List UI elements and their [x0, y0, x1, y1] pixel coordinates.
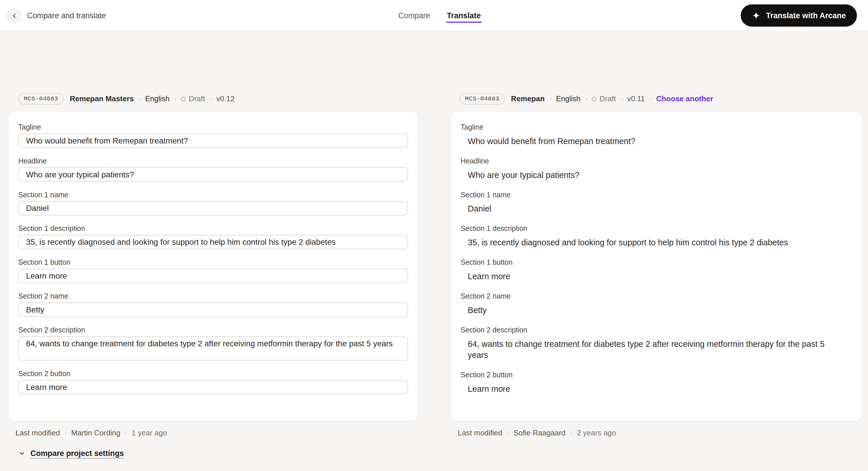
last-modified-time: 2 years ago — [577, 429, 616, 437]
field-tagline: Tagline — [18, 122, 408, 148]
top-bar: Compare and translate Compare Translate … — [0, 0, 868, 32]
separator-dot: · — [585, 95, 588, 103]
cta-label: Translate with Arcane — [766, 11, 846, 20]
headline-value: Who are your typical patients? — [461, 170, 852, 180]
status-badge: Draft — [181, 95, 205, 103]
translate-with-arcane-button[interactable]: Translate with Arcane — [741, 4, 857, 27]
field-section-1-description: Section 1 description — [18, 224, 408, 249]
field-label: Section 2 description — [18, 325, 408, 335]
separator-dot: · — [506, 429, 509, 437]
field-tagline: Tagline Who would benefit from Remepan t… — [461, 122, 852, 147]
tagline-input[interactable] — [18, 134, 408, 148]
back-button[interactable] — [7, 8, 22, 23]
field-label: Section 2 description — [461, 325, 852, 335]
last-modified-time: 1 year ago — [131, 429, 167, 437]
compare-settings-label: Compare project settings — [30, 449, 124, 458]
source-card: Tagline Headline Section 1 name Section … — [9, 112, 417, 421]
field-label: Section 2 button — [461, 370, 852, 380]
separator-dot: · — [125, 429, 127, 437]
status-label: Draft — [189, 95, 205, 103]
field-label: Section 2 name — [18, 291, 408, 301]
target-meta-row: MCS-04683 Remepan · English · Draft · v0… — [460, 93, 861, 105]
field-label: Section 1 name — [18, 190, 408, 200]
project-code-badge: MCS-04683 — [18, 93, 64, 105]
separator-dot: · — [549, 95, 552, 103]
top-bar-left: Compare and translate — [7, 8, 106, 23]
choose-another-link[interactable]: Choose another — [656, 95, 713, 103]
separator-dot: · — [64, 429, 67, 437]
field-section-1-name: Section 1 name — [18, 190, 408, 215]
status-label: Draft — [600, 95, 616, 103]
separator-dot: · — [174, 95, 177, 103]
last-modified-label: Last modified — [16, 429, 60, 437]
field-label: Section 1 description — [18, 224, 408, 233]
source-meta-row: MCS-04683 Remepan Masters · English · Dr… — [18, 93, 417, 105]
last-modified-author: Sofie Raagaard — [514, 429, 565, 437]
project-language: English — [145, 95, 170, 103]
section-1-description-value: 35, is recently diagnosed and looking fo… — [461, 237, 852, 248]
headline-input[interactable] — [18, 167, 408, 182]
draft-status-icon — [592, 97, 596, 101]
project-language: English — [556, 95, 581, 103]
field-section-2-name: Section 2 name — [18, 291, 408, 317]
source-last-modified: Last modified · Martin Cording · 1 year … — [16, 429, 417, 437]
field-section-1-description: Section 1 description 35, is recently di… — [461, 224, 852, 248]
field-section-2-name: Section 2 name Betty — [461, 291, 852, 316]
last-modified-author: Martin Cording — [71, 429, 121, 437]
field-label: Tagline — [18, 122, 408, 132]
field-section-2-button: Section 2 button — [18, 369, 408, 394]
tagline-value: Who would benefit from Remepan treatment… — [461, 136, 852, 147]
draft-status-icon — [181, 97, 185, 101]
page-title: Compare and translate — [27, 11, 106, 20]
field-label: Section 1 button — [18, 258, 408, 267]
separator-dot: · — [209, 95, 212, 103]
content-area: MCS-04683 Remepan Masters · English · Dr… — [0, 32, 868, 458]
separator-dot: · — [138, 95, 141, 103]
field-section-2-description: Section 2 description 64, wants to chang… — [461, 325, 852, 361]
field-label: Tagline — [461, 122, 852, 132]
field-label: Section 1 description — [461, 224, 852, 233]
field-label: Headline — [18, 156, 408, 166]
separator-dot: · — [570, 429, 572, 437]
field-section-2-button: Section 2 button Learn more — [461, 370, 852, 394]
version-label: v0.11 — [627, 95, 645, 103]
status-badge: Draft — [592, 95, 616, 103]
chevron-left-icon — [10, 12, 18, 19]
tab-compare[interactable]: Compare — [397, 0, 431, 31]
field-label: Section 1 button — [461, 258, 852, 267]
section-2-name-input[interactable] — [18, 302, 408, 317]
version-label: v0.12 — [216, 95, 235, 103]
section-2-description-value: 64, wants to change treatment for diabet… — [461, 338, 852, 361]
field-label: Section 2 button — [18, 369, 408, 379]
separator-dot: · — [649, 95, 652, 103]
sparkle-icon — [752, 11, 761, 20]
section-2-name-value: Betty — [461, 305, 852, 316]
section-1-button-input[interactable] — [18, 269, 408, 283]
section-2-button-value: Learn more — [461, 383, 852, 394]
field-section-1-button: Section 1 button — [18, 258, 408, 283]
section-1-description-input[interactable] — [18, 235, 408, 249]
field-headline: Headline — [18, 156, 408, 182]
compare-project-settings-toggle[interactable]: Compare project settings — [18, 449, 124, 458]
view-tabs: Compare Translate — [397, 0, 482, 31]
section-1-name-value: Daniel — [461, 203, 852, 214]
tab-translate[interactable]: Translate — [445, 0, 482, 31]
field-headline: Headline Who are your typical patients? — [461, 156, 852, 180]
separator-dot: · — [620, 95, 623, 103]
section-2-description-input[interactable] — [18, 336, 408, 360]
last-modified-label: Last modified — [458, 429, 502, 437]
project-name: Remepan Masters — [70, 95, 133, 103]
field-label: Section 1 name — [461, 190, 852, 200]
project-code-badge: MCS-04683 — [460, 93, 505, 105]
target-last-modified: Last modified · Sofie Raagaard · 2 years… — [458, 429, 861, 437]
chevron-down-icon — [18, 450, 26, 457]
project-name: Remepan — [511, 95, 545, 103]
field-section-1-name: Section 1 name Daniel — [461, 190, 852, 214]
section-2-button-input[interactable] — [18, 380, 408, 394]
field-label: Section 2 name — [461, 291, 852, 301]
field-label: Headline — [461, 156, 852, 166]
target-column: MCS-04683 Remepan · English · Draft · v0… — [451, 93, 861, 458]
section-1-name-input[interactable] — [18, 201, 408, 215]
field-section-1-button: Section 1 button Learn more — [461, 258, 852, 282]
app-root: Compare and translate Compare Translate … — [0, 0, 868, 471]
